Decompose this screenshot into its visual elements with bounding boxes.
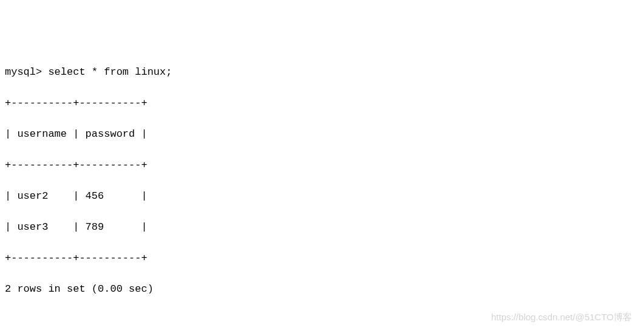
query-status: 2 rows in set (0.00 sec) [5,281,639,297]
table-border: +----------+----------+ [5,157,639,173]
table-border: +----------+----------+ [5,95,639,111]
table-row: | user2 | 456 | [5,188,639,204]
table-header: | username | password | [5,126,639,142]
table-border: +----------+----------+ [5,250,639,266]
table-row: | user3 | 789 | [5,219,639,235]
watermark-text: https://blog.csdn.net/@51CTO博客 [491,311,632,325]
mysql-query-line: mysql> select * from linux; [5,64,639,80]
mysql-prompt: mysql> [5,66,48,78]
mysql-command: select * from linux; [48,66,172,78]
